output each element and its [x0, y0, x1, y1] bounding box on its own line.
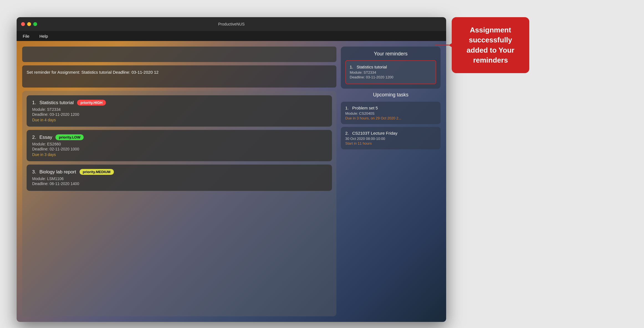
menu-help[interactable]: Help	[38, 33, 50, 39]
upcoming-due: Due in 3 hours, on 29 Oct 2020 2...	[345, 116, 436, 120]
output-box: Set reminder for Assignment: Statistics …	[22, 65, 336, 88]
task-card: 1. Statistics tutorial priority.HIGH Mod…	[27, 95, 332, 127]
task-name: Statistics tutorial	[39, 100, 74, 106]
upcoming-title: Upcoming tasks	[341, 92, 441, 98]
menu-file[interactable]: File	[21, 33, 31, 39]
task-number: 1.	[32, 100, 36, 106]
task-module: Module: LSM1106	[32, 176, 326, 181]
task-number: 2.	[32, 135, 36, 140]
annotation-wrapper: Assignment successfully added to Your re…	[452, 17, 529, 73]
task-due: Due in 3 days	[32, 152, 326, 157]
upcoming-section: Upcoming tasks 1. Problem set 5 Module: …	[341, 92, 441, 316]
task-deadline: Deadline: 06-11-2020 1400	[32, 181, 326, 186]
annotation-arrow	[435, 42, 453, 48]
task-deadline: Deadline: 03-11-2020 1200	[32, 112, 326, 117]
command-input[interactable]	[22, 47, 336, 62]
app-window: ProductiveNUS File Help Set reminder for…	[17, 17, 446, 322]
left-panel: Set reminder for Assignment: Statistics …	[22, 47, 336, 316]
task-deadline: Deadline: 02-11-2020 1000	[32, 147, 326, 151]
task-name: Biology lab report	[39, 169, 76, 175]
title-bar: ProductiveNUS	[17, 17, 446, 31]
window-controls	[21, 22, 37, 26]
reminder-deadline: Deadline: 03-11-2020 1200	[350, 75, 432, 79]
maximize-button[interactable]	[33, 22, 37, 26]
reminder-item-title: 1. Statistics tutorial	[350, 65, 432, 69]
upcoming-card: 1. Problem set 5 Module: CS2040S Due in …	[341, 102, 441, 124]
annotation-bubble: Assignment successfully added to Your re…	[452, 17, 529, 73]
upcoming-item-title: 1. Problem set 5	[345, 106, 436, 110]
app-body: Set reminder for Assignment: Statistics …	[17, 41, 446, 322]
reminders-title: Your reminders	[345, 51, 436, 57]
task-number: 3.	[32, 169, 36, 175]
arrow-shaft	[435, 45, 449, 45]
priority-badge-medium: priority.MEDIUM	[80, 169, 114, 175]
task-due: Due in 4 days	[32, 118, 326, 122]
task-header: 1. Statistics tutorial priority.HIGH	[32, 100, 326, 106]
task-card: 2. Essay priority.LOW Module: ES2660 Dea…	[27, 130, 332, 161]
task-module: Module: ST2334	[32, 107, 326, 112]
reminder-module: Module: ST2334	[350, 70, 432, 75]
upcoming-module: Module: CS2040S	[345, 111, 436, 116]
priority-badge-low: priority.LOW	[55, 134, 84, 140]
output-text: Set reminder for Assignment: Statistics …	[27, 70, 159, 75]
minimize-button[interactable]	[27, 22, 31, 26]
upcoming-start: Start in 11 hours	[345, 141, 436, 145]
upcoming-item-title: 2. CS2103T Lecture Friday	[345, 131, 436, 135]
priority-badge-high: priority.HIGH	[77, 100, 106, 106]
annotation-container: Assignment successfully added to Your re…	[452, 17, 529, 73]
upcoming-card: 2. CS2103T Lecture Friday 30 Oct 2020 08…	[341, 127, 441, 149]
task-card: 3. Biology lab report priority.MEDIUM Mo…	[27, 165, 332, 191]
close-button[interactable]	[21, 22, 25, 26]
reminder-card: 1. Statistics tutorial Module: ST2334 De…	[345, 60, 436, 84]
upcoming-datetime: 30 Oct 2020 08:00-10:00	[345, 137, 436, 141]
menu-bar: File Help	[17, 31, 446, 41]
task-name: Essay	[39, 135, 52, 140]
task-list: 1. Statistics tutorial priority.HIGH Mod…	[22, 91, 336, 316]
window-title: ProductiveNUS	[218, 22, 245, 26]
annotation-text: Assignment successfully added to Your re…	[467, 26, 514, 64]
reminders-section: Your reminders 1. Statistics tutorial Mo…	[341, 47, 441, 89]
task-header: 2. Essay priority.LOW	[32, 134, 326, 140]
right-panel: Your reminders 1. Statistics tutorial Mo…	[341, 47, 441, 316]
task-header: 3. Biology lab report priority.MEDIUM	[32, 169, 326, 175]
task-module: Module: ES2660	[32, 142, 326, 146]
